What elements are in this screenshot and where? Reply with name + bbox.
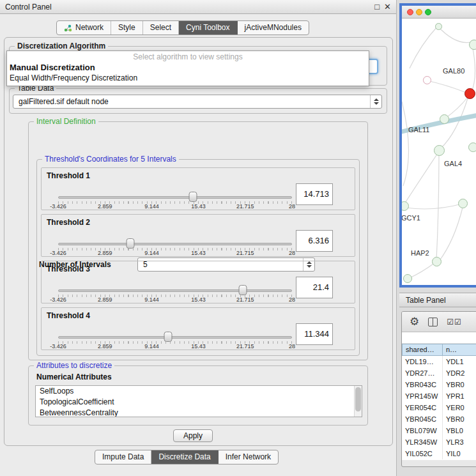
table-row[interactable]: YDL19…YDL1 — [402, 356, 476, 367]
spinner-icon[interactable] — [370, 95, 381, 108]
slider-scale: -3.426 2.859 9.144 15.43 21.715 28 — [58, 203, 292, 210]
table-panel-title: Table Panel — [406, 296, 446, 305]
attributes-legend: Attributes to discretize — [34, 361, 114, 370]
table-row[interactable]: YIL052CYIL0 — [402, 448, 476, 459]
network-node[interactable] — [458, 199, 468, 208]
table-data-selected-value: galFiltered.sif default node — [19, 97, 109, 106]
tab-network[interactable]: Network — [57, 21, 111, 35]
tab-infer-network[interactable]: Infer Network — [219, 450, 278, 464]
slider-track[interactable] — [58, 243, 292, 245]
network-node[interactable] — [440, 114, 449, 124]
node-label: GAL80 — [443, 67, 464, 75]
column-header-name[interactable]: n… — [443, 344, 476, 356]
table-row[interactable]: YBR043CYBR0 — [402, 379, 476, 390]
table-body: YDL19…YDL1 YDR27…YDR2 YBR043CYBR0 YPR145… — [402, 356, 476, 460]
slider-thumb[interactable] — [164, 332, 173, 342]
list-item[interactable]: SelfLoops — [36, 386, 362, 397]
control-panel: Control Panel □ ✕ Network Style Select C… — [0, 0, 397, 476]
threshold-slider[interactable]: -3.426 2.859 9.144 15.43 21.715 28 — [58, 331, 292, 350]
network-node[interactable] — [468, 142, 476, 152]
tab-cyni-toolbox[interactable]: Cyni Toolbox — [179, 21, 237, 35]
algorithm-option-manual[interactable]: Manual Discretization — [7, 62, 369, 73]
top-tab-bar: Network Style Select Cyni Toolbox jActiv… — [56, 20, 309, 35]
checkbox-icon[interactable]: ☑☑ — [447, 318, 462, 326]
threshold-panel: Threshold 3 21.4 -3.426 2.859 9.144 15.4… — [41, 261, 355, 303]
list-item[interactable]: BetweennessCentrality — [36, 408, 362, 417]
network-window-titlebar — [402, 6, 476, 19]
slider-track[interactable] — [58, 289, 292, 292]
float-window-icon[interactable]: □ — [374, 0, 380, 14]
threshold-slider[interactable]: -3.426 2.859 9.144 15.43 21.715 28 — [58, 284, 292, 303]
slider-track[interactable] — [58, 196, 292, 199]
interval-definition-group: Interval Definition Number of Intervals … — [28, 121, 368, 360]
table-row[interactable]: YBR045CYBR0 — [402, 413, 476, 425]
slider-scale: -3.426 2.859 9.144 15.43 21.715 28 — [58, 343, 292, 349]
gear-icon[interactable]: ⚙ — [410, 316, 419, 327]
table-row[interactable]: YPR145WYPR1 — [402, 390, 476, 402]
network-node[interactable] — [432, 257, 441, 266]
tab-select[interactable]: Select — [143, 21, 179, 35]
threshold-panel: Threshold 1 14.713 -3.426 2.859 9.144 15… — [41, 167, 355, 210]
table-toolbar: ⚙ ☑☑ — [402, 312, 476, 332]
discretization-algorithm-legend: Discretization Algorithm — [15, 42, 108, 50]
table-row[interactable]: YER054CYER0 — [402, 402, 476, 413]
bottom-tab-bar: Impute Data Discretize Data Infer Networ… — [95, 450, 279, 464]
traffic-light-minimize-icon[interactable] — [416, 9, 422, 15]
network-node[interactable] — [469, 40, 476, 50]
tab-jactivemnodules[interactable]: jActiveMNodules — [238, 21, 309, 35]
network-tab-icon — [64, 24, 72, 32]
network-node[interactable] — [434, 145, 445, 156]
slider-thumb[interactable] — [189, 192, 197, 202]
thresholds-legend: Threshold's Coordinates for 5 Intervals — [42, 155, 179, 164]
threshold-panel: Threshold 4 11.344 -3.426 2.859 9.144 15… — [41, 307, 355, 350]
apply-button[interactable]: Apply — [173, 429, 213, 442]
control-panel-titlebar: Control Panel □ ✕ — [0, 0, 396, 14]
table-row[interactable]: YBL079WYBL0 — [402, 425, 476, 436]
threshold-panel: Threshold 2 6.316 -3.426 2.859 9.144 15.… — [41, 214, 355, 257]
table-data-select[interactable]: galFiltered.sif default node — [13, 95, 382, 109]
node-label: GAL11 — [408, 126, 429, 134]
slider-scale: -3.426 2.859 9.144 15.43 21.715 28 — [58, 250, 292, 256]
table-row[interactable]: YLR345WYLR3 — [402, 436, 476, 448]
columns-icon[interactable] — [428, 318, 438, 326]
tab-style[interactable]: Style — [111, 21, 143, 35]
traffic-light-zoom-icon[interactable] — [425, 9, 431, 15]
list-item[interactable]: TopologicalCoefficient — [36, 397, 362, 408]
threshold-label: Threshold 4 — [47, 311, 90, 320]
network-node[interactable] — [423, 76, 431, 84]
node-label: GCY1 — [402, 214, 420, 222]
tab-discretize-data[interactable]: Discretize Data — [151, 450, 218, 464]
table-panel-window: ⚙ ☑☑ shared… n… YDL19…YDL1 YDR27…YDR2 YB… — [401, 311, 476, 467]
tab-network-label: Network — [75, 21, 104, 35]
numerical-attributes-list: SelfLoops TopologicalCoefficient Between… — [35, 385, 362, 417]
threshold-value-field[interactable]: 14.713 — [296, 183, 333, 205]
close-icon[interactable]: ✕ — [384, 0, 391, 14]
network-node-selected[interactable] — [464, 88, 475, 99]
algorithm-dropdown-popup: Select algorithm to view settings Manual… — [6, 50, 369, 86]
traffic-light-close-icon[interactable] — [407, 9, 413, 15]
threshold-slider[interactable]: -3.426 2.859 9.144 15.43 21.715 28 — [58, 191, 292, 210]
attributes-scrollbar[interactable] — [354, 386, 362, 417]
threshold-value-field[interactable]: 21.4 — [296, 277, 333, 298]
screen: Control Panel □ ✕ Network Style Select C… — [0, 0, 476, 476]
table-header-row: shared… n… — [402, 344, 476, 356]
threshold-slider[interactable]: -3.426 2.859 9.144 15.43 21.715 28 — [58, 238, 292, 257]
table-filter-row — [402, 332, 476, 344]
threshold-value-field[interactable]: 6.316 — [296, 230, 333, 252]
column-header-shared-name[interactable]: shared… — [402, 344, 443, 356]
network-node[interactable] — [403, 274, 412, 283]
node-label: HAP2 — [411, 249, 429, 257]
network-node[interactable] — [435, 23, 442, 30]
algorithm-option-equal-width[interactable]: Equal Width/Frequency Discretization — [7, 73, 369, 84]
algorithm-placeholder-item[interactable]: Select algorithm to view settings — [7, 51, 369, 62]
tab-impute-data[interactable]: Impute Data — [95, 450, 151, 464]
table-panel-header: Table Panel — [399, 293, 476, 307]
slider-thumb[interactable] — [239, 285, 247, 295]
slider-thumb[interactable] — [127, 238, 135, 249]
network-view-window: GAL80 GAL11 GAL4 GCY1 HAP2 — [399, 3, 476, 288]
threshold-label: Threshold 3 — [47, 265, 90, 273]
network-canvas[interactable]: GAL80 GAL11 GAL4 GCY1 HAP2 — [402, 19, 476, 288]
table-row[interactable]: YDR27…YDR2 — [402, 367, 476, 379]
slider-track[interactable] — [58, 336, 292, 339]
threshold-value-field[interactable]: 11.344 — [296, 323, 333, 345]
